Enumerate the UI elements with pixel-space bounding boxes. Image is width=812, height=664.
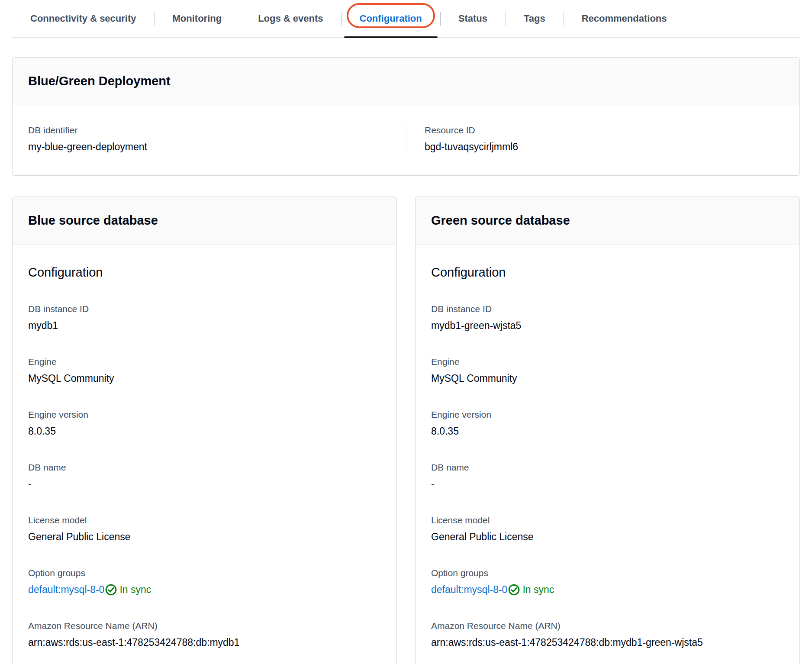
field-value: -	[431, 478, 784, 490]
field-value: mydb1	[28, 320, 381, 332]
field-value: 8.0.35	[28, 425, 381, 437]
field-label: Engine	[28, 357, 381, 367]
tab-tags[interactable]: Tags	[506, 0, 564, 37]
license-model-field: License model General Public License	[431, 515, 784, 543]
tab-label: Monitoring	[173, 13, 222, 24]
field-value: bgd-tuvaqsycirljmml6	[425, 141, 784, 153]
resource-id-field: Resource ID bgd-tuvaqsycirljmml6	[425, 125, 784, 153]
rds-configuration-page: Connectivity & security Monitoring Logs …	[0, 0, 812, 664]
db-instance-id-field: DB instance ID mydb1-green-wjsta5	[431, 304, 784, 332]
section-title: Configuration	[431, 265, 784, 280]
card-header: Blue source database	[13, 197, 396, 245]
field-label: Engine version	[431, 409, 784, 420]
green-source-database-card: Green source database Configuration DB i…	[415, 197, 800, 664]
field-value: General Public License	[431, 531, 784, 543]
field-value: mydb1-green-wjsta5	[431, 320, 784, 332]
field-value: General Public License	[28, 531, 381, 543]
field-label: Resource ID	[425, 125, 784, 135]
field-label: DB instance ID	[431, 304, 784, 314]
arn-field: Amazon Resource Name (ARN) arn:aws:rds:u…	[431, 621, 784, 648]
blue-source-database-card: Blue source database Configuration DB in…	[12, 197, 397, 664]
field-value: MySQL Community	[431, 373, 784, 384]
tab-label: Logs & events	[258, 13, 323, 24]
deployment-right-column: Resource ID bgd-tuvaqsycirljmml6	[406, 125, 784, 153]
tab-label: Configuration	[360, 13, 422, 24]
db-name-field: DB name -	[431, 462, 784, 490]
field-label: Amazon Resource Name (ARN)	[431, 621, 784, 631]
tab-recommendations[interactable]: Recommendations	[564, 0, 685, 37]
in-sync-label: In sync	[522, 584, 554, 596]
card-header: Blue/Green Deployment	[13, 58, 799, 105]
in-sync-status-icon	[105, 584, 117, 596]
field-label: DB name	[28, 462, 381, 473]
field-label: Option groups	[28, 568, 381, 578]
database-cards-grid: Blue source database Configuration DB in…	[12, 197, 800, 664]
deployment-card-body: DB identifier my-blue-green-deployment R…	[13, 105, 799, 175]
license-model-field: License model General Public License	[28, 515, 381, 543]
field-value: arn:aws:rds:us-east-1:478253424788:db:my…	[431, 637, 784, 648]
in-sync-status-icon	[508, 584, 520, 596]
engine-field: Engine MySQL Community	[28, 357, 381, 384]
field-value: 8.0.35	[431, 425, 784, 437]
card-title: Green source database	[431, 213, 784, 228]
tab-label: Connectivity & security	[30, 13, 136, 24]
tab-bar: Connectivity & security Monitoring Logs …	[12, 0, 800, 38]
field-value: MySQL Community	[28, 373, 381, 384]
db-identifier-field: DB identifier my-blue-green-deployment	[28, 125, 406, 153]
tab-connectivity-security[interactable]: Connectivity & security	[12, 0, 155, 37]
engine-version-field: Engine version 8.0.35	[28, 409, 381, 437]
option-group-link[interactable]: default:mysql-8-0	[431, 584, 507, 596]
field-label: DB identifier	[28, 125, 406, 135]
tab-label: Status	[458, 13, 487, 24]
field-label: Engine	[431, 357, 784, 367]
db-instance-id-field: DB instance ID mydb1	[28, 304, 381, 332]
tab-label: Recommendations	[582, 13, 667, 24]
tab-logs-events[interactable]: Logs & events	[240, 0, 341, 37]
option-group-link[interactable]: default:mysql-8-0	[28, 584, 104, 596]
field-label: Amazon Resource Name (ARN)	[28, 621, 381, 631]
section-title: Configuration	[28, 265, 381, 280]
field-label: Option groups	[431, 568, 784, 578]
db-name-field: DB name -	[28, 462, 381, 490]
field-value: my-blue-green-deployment	[28, 141, 406, 153]
tab-monitoring[interactable]: Monitoring	[155, 0, 240, 37]
option-groups-field: Option groups default:mysql-8-0 In sync	[28, 568, 381, 596]
field-label: License model	[431, 515, 784, 525]
tab-status[interactable]: Status	[440, 0, 506, 37]
option-groups-field: Option groups default:mysql-8-0 In sync	[431, 568, 784, 596]
field-value: -	[28, 478, 381, 490]
card-body: Configuration DB instance ID mydb1-green…	[416, 245, 799, 664]
tab-configuration[interactable]: Configuration	[342, 0, 440, 37]
in-sync-label: In sync	[119, 584, 151, 596]
engine-field: Engine MySQL Community	[431, 357, 784, 384]
card-title: Blue source database	[28, 213, 381, 228]
card-header: Green source database	[416, 197, 799, 245]
blue-green-deployment-card: Blue/Green Deployment DB identifier my-b…	[12, 57, 800, 176]
field-label: DB name	[431, 462, 784, 473]
arn-field: Amazon Resource Name (ARN) arn:aws:rds:u…	[28, 621, 381, 648]
field-label: Engine version	[28, 409, 381, 420]
card-body: Configuration DB instance ID mydb1 Engin…	[13, 245, 396, 664]
tab-label: Tags	[524, 13, 545, 24]
card-title: Blue/Green Deployment	[28, 74, 784, 88]
field-label: DB instance ID	[28, 304, 381, 314]
engine-version-field: Engine version 8.0.35	[431, 409, 784, 437]
field-label: License model	[28, 515, 381, 525]
deployment-left-column: DB identifier my-blue-green-deployment	[28, 125, 406, 153]
field-value: arn:aws:rds:us-east-1:478253424788:db:my…	[28, 637, 381, 648]
